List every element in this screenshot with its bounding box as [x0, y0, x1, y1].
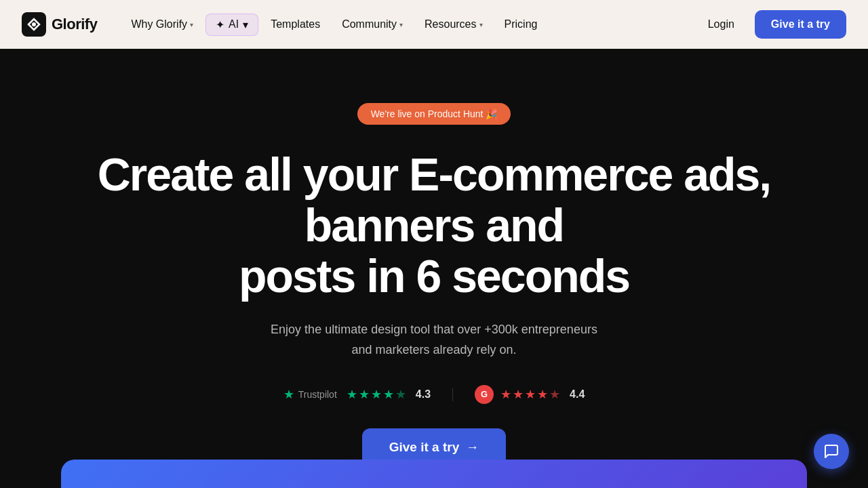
g2-star-1: ★: [500, 387, 511, 402]
g2-logo-icon: G: [475, 385, 494, 404]
chat-bubble-button[interactable]: [814, 434, 849, 469]
chevron-down-icon-resources: ▾: [479, 21, 483, 28]
hero-sub-line2: and marketers already rely on.: [351, 343, 516, 357]
svg-point-1: [32, 22, 36, 26]
g2-score: 4.4: [570, 388, 585, 401]
hero-heading-line2: posts in 6 seconds: [239, 250, 629, 302]
g2-rating: G ★ ★ ★ ★ ★ 4.4: [475, 385, 585, 404]
hero-heading-line1: Create all your E-commerce ads, banners …: [98, 148, 770, 251]
tp-logo-star: ★: [283, 387, 294, 402]
g2-star-2: ★: [513, 387, 524, 402]
trustpilot-logo: ★ Trustpilot: [283, 387, 340, 402]
hero-sub-line1: Enjoy the ultimate design tool that over…: [271, 323, 597, 336]
g2-stars: ★ ★ ★ ★ ★: [500, 387, 560, 402]
tp-star-2: ★: [359, 387, 370, 402]
trustpilot-label: Trustpilot: [298, 389, 337, 400]
arrow-right-icon: →: [466, 440, 479, 455]
nav-item-templates[interactable]: Templates: [261, 13, 330, 36]
bottom-preview-section: [61, 460, 807, 488]
chevron-down-icon-ai: ▾: [243, 18, 248, 31]
hero-section: We're live on Product Hunt 🎉 Create all …: [0, 49, 868, 488]
logo[interactable]: Glorify: [22, 12, 97, 37]
nav-label-ai: AI: [229, 18, 239, 30]
nav-cta-button[interactable]: Give it a try: [755, 10, 846, 39]
ratings-row: ★ Trustpilot ★ ★ ★ ★ ★ 4.3 G ★ ★ ★ ★ ★: [283, 385, 585, 404]
tp-star-4: ★: [383, 387, 394, 402]
badge-text: We're live on Product Hunt 🎉: [371, 108, 498, 119]
logo-icon: [22, 12, 46, 37]
nav-label-why-glorify: Why Glorify: [131, 18, 187, 30]
nav-item-community[interactable]: Community ▾: [332, 13, 412, 36]
tp-star-5: ★: [395, 387, 406, 402]
g2-star-4: ★: [537, 387, 548, 402]
hero-heading: Create all your E-commerce ads, banners …: [75, 149, 793, 301]
nav-links: Why Glorify ▾ ✦ AI ▾ Templates Community…: [121, 13, 698, 36]
nav-item-resources[interactable]: Resources ▾: [415, 13, 492, 36]
chevron-down-icon-community: ▾: [399, 21, 403, 28]
nav-item-pricing[interactable]: Pricing: [495, 13, 547, 36]
login-button[interactable]: Login: [698, 13, 744, 36]
hero-cta-label: Give it a try: [389, 440, 460, 455]
nav-item-why-glorify[interactable]: Why Glorify ▾: [121, 13, 203, 36]
chevron-down-icon: ▾: [190, 21, 193, 28]
logo-text: Glorify: [52, 16, 97, 33]
tp-star-3: ★: [371, 387, 382, 402]
trustpilot-stars: ★ ★ ★ ★ ★: [347, 387, 406, 402]
nav-item-ai[interactable]: ✦ AI ▾: [205, 14, 258, 36]
trustpilot-rating: ★ Trustpilot ★ ★ ★ ★ ★ 4.3: [283, 387, 431, 402]
nav-label-pricing: Pricing: [505, 18, 538, 30]
navbar: Glorify Why Glorify ▾ ✦ AI ▾ Templates C…: [0, 0, 868, 49]
rating-divider: [452, 388, 453, 401]
nav-label-resources: Resources: [425, 18, 476, 30]
trustpilot-score: 4.3: [416, 388, 431, 401]
nav-right: Login Give it a try: [698, 10, 846, 39]
product-hunt-badge[interactable]: We're live on Product Hunt 🎉: [357, 103, 511, 125]
tp-star-1: ★: [347, 387, 357, 402]
nav-label-community: Community: [342, 18, 397, 30]
chat-icon: [823, 443, 840, 460]
g2-star-5: ★: [549, 387, 560, 402]
hero-subtext: Enjoy the ultimate design tool that over…: [271, 320, 597, 360]
ai-sparkle-icon: ✦: [216, 18, 224, 31]
g2-star-3: ★: [525, 387, 536, 402]
nav-label-templates: Templates: [271, 18, 320, 30]
